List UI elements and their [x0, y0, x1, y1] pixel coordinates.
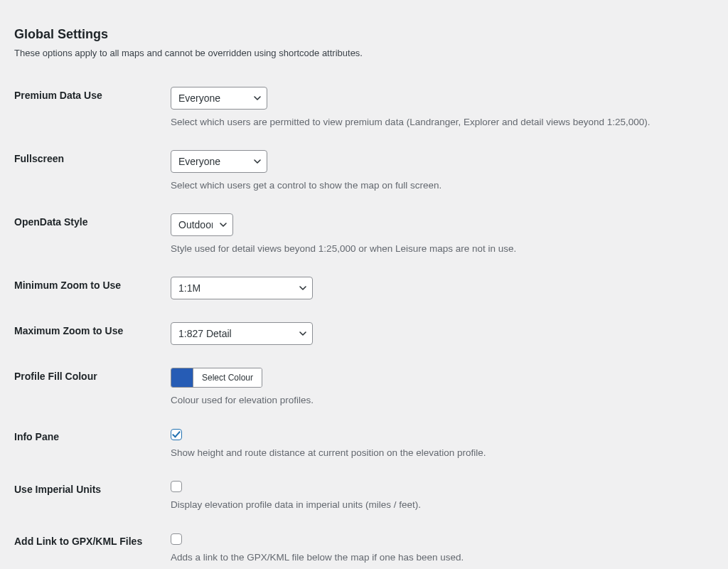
imperial-units-description: Display elevation profile data in imperi… [171, 499, 707, 510]
max-zoom-select[interactable]: 1:827 Detail [171, 322, 313, 345]
imperial-units-label: Use Imperial Units [14, 469, 171, 522]
gpx-link-label: Add Link to GPX/KML Files [14, 521, 171, 569]
profile-fill-colour-picker[interactable]: Select Colour [171, 368, 262, 388]
min-zoom-select[interactable]: 1:1M [171, 277, 313, 299]
profile-fill-label: Profile Fill Colour [14, 356, 171, 417]
min-zoom-label: Minimum Zoom to Use [14, 265, 171, 311]
premium-data-use-label: Premium Data Use [14, 75, 171, 139]
select-colour-button[interactable]: Select Colour [193, 368, 262, 387]
gpx-link-description: Adds a link to the GPX/KML file below th… [171, 552, 707, 563]
opendata-style-label: OpenData Style [14, 202, 171, 265]
info-pane-label: Info Pane [14, 417, 171, 469]
gpx-link-checkbox[interactable] [171, 533, 182, 545]
max-zoom-label: Maximum Zoom to Use [14, 311, 171, 356]
info-pane-checkbox[interactable] [171, 429, 182, 440]
info-pane-description: Show height and route distance at curren… [171, 447, 707, 458]
section-description: These options apply to all maps and cann… [14, 48, 714, 58]
fullscreen-description: Select which users get a control to show… [171, 180, 707, 191]
imperial-units-checkbox[interactable] [171, 481, 182, 492]
fullscreen-label: Fullscreen [14, 139, 171, 202]
section-title: Global Settings [14, 27, 714, 42]
profile-fill-description: Colour used for elevation profiles. [171, 395, 707, 405]
premium-data-use-select[interactable]: Everyone [171, 87, 267, 110]
opendata-style-select[interactable]: Outdoor [171, 213, 233, 236]
colour-swatch [171, 368, 193, 387]
fullscreen-select[interactable]: Everyone [171, 150, 267, 173]
premium-data-use-description: Select which users are permitted to view… [171, 117, 707, 127]
opendata-style-description: Style used for detail views beyond 1:25,… [171, 243, 707, 254]
